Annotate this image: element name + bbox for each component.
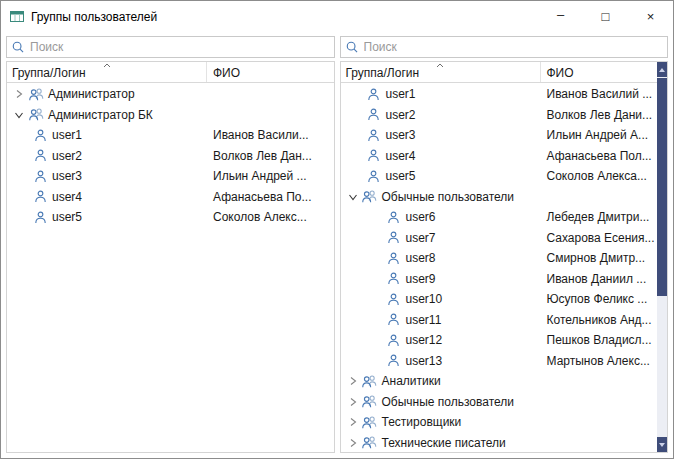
login-label: user2 <box>386 108 416 122</box>
group-login-cell: user9 <box>341 271 541 286</box>
tree-row-user[interactable]: user5Соколов Алекса... <box>341 166 658 187</box>
tree-row-user[interactable]: user2Волков Лев Дан... <box>7 146 334 167</box>
chevron-right-icon[interactable] <box>345 417 361 427</box>
tree-row-group[interactable]: Технические писатели <box>341 433 658 453</box>
tree-row-user[interactable]: user3Ильин Андрей А... <box>341 125 658 146</box>
login-label: user3 <box>386 128 416 142</box>
user-icon <box>365 107 383 122</box>
left-panel: Группа/Логин ФИО АдминистраторАдминистра… <box>6 36 335 453</box>
login-label: user3 <box>52 169 82 183</box>
login-label: user5 <box>386 169 416 183</box>
tree-row-user[interactable]: user4Афанасьева По... <box>7 187 334 208</box>
chevron-right-icon[interactable] <box>345 376 361 386</box>
group-login-cell: Технические писатели <box>341 435 541 450</box>
login-label: Обычные пользователи <box>382 395 515 409</box>
user-icon <box>31 210 49 225</box>
minimize-button[interactable]: – <box>538 1 583 32</box>
chevron-right-icon[interactable] <box>345 397 361 407</box>
chevron-down-icon[interactable] <box>345 192 361 202</box>
tree-row-user[interactable]: user13Мартынов Алекс... <box>341 351 658 372</box>
left-column-header-fio[interactable]: ФИО <box>207 62 334 82</box>
tree-row-user[interactable]: user2Волков Лев Дани... <box>341 105 658 126</box>
tree-row-user[interactable]: user4Афанасьева Пол... <box>341 146 658 167</box>
fio-cell: Волков Лев Дан... <box>207 149 334 163</box>
tree-row-group[interactable]: Администратор <box>7 84 334 105</box>
right-column-header-group-login[interactable]: Группа/Логин <box>341 62 541 82</box>
fio-cell: Ильин Андрей ... <box>207 169 334 183</box>
group-login-cell: Администратор БК <box>7 107 207 122</box>
login-label: user12 <box>406 333 443 347</box>
search-icon <box>11 40 25 54</box>
tree-row-user[interactable]: user11Котельников Анд... <box>341 310 658 331</box>
login-label: user1 <box>52 128 82 142</box>
tree-row-user[interactable]: user6Лебедев Дмитри... <box>341 207 658 228</box>
scrollbar-thumb[interactable] <box>657 78 667 296</box>
window-controls: – □ × <box>538 1 673 32</box>
login-label: user10 <box>406 292 443 306</box>
login-label: user4 <box>52 190 82 204</box>
title-bar[interactable]: Группы пользователей – □ × <box>1 1 673 32</box>
group-login-cell: user3 <box>7 169 207 184</box>
scroll-down-icon <box>659 443 665 447</box>
login-label: Администратор БК <box>48 108 153 122</box>
fio-cell: Лебедев Дмитри... <box>541 210 658 224</box>
login-label: user11 <box>406 313 442 327</box>
right-column-header-fio[interactable]: ФИО <box>541 62 668 82</box>
login-label: user2 <box>52 149 82 163</box>
fio-cell: Ильин Андрей А... <box>541 128 658 142</box>
left-column-header-group-login[interactable]: Группа/Логин <box>7 62 207 82</box>
maximize-button[interactable]: □ <box>583 1 628 32</box>
login-label: user6 <box>406 210 436 224</box>
tree-row-user[interactable]: user10Юсупов Феликс ... <box>341 289 658 310</box>
tree-row-group[interactable]: Обычные пользователи <box>341 187 658 208</box>
tree-row-group[interactable]: Обычные пользователи <box>341 392 658 413</box>
right-panel: Группа/Логин ФИО user1Иванов Василий ...… <box>340 36 669 453</box>
fio-cell: Смирнов Дмитр... <box>541 251 658 265</box>
login-label: user5 <box>52 210 82 224</box>
scroll-up-button[interactable] <box>657 62 667 77</box>
tree-row-user[interactable]: user7Сахарова Есения... <box>341 228 658 249</box>
scroll-down-button[interactable] <box>657 437 667 452</box>
login-label: user8 <box>406 251 436 265</box>
fio-cell: Юсупов Феликс ... <box>541 292 658 306</box>
tree-row-user[interactable]: user3Ильин Андрей ... <box>7 166 334 187</box>
fio-cell: Иванов Васили... <box>207 128 334 142</box>
left-search-box[interactable] <box>6 36 335 58</box>
login-label: Обычные пользователи <box>382 190 515 204</box>
tree-row-user[interactable]: user12Пешков Владисл... <box>341 330 658 351</box>
user-icon <box>365 87 383 102</box>
tree-row-user[interactable]: user1Иванов Васили... <box>7 125 334 146</box>
login-label: user4 <box>386 149 416 163</box>
user-icon <box>365 148 383 163</box>
left-search-input[interactable] <box>30 40 330 54</box>
tree-row-user[interactable]: user8Смирнов Дмитр... <box>341 248 658 269</box>
tree-row-user[interactable]: user5Соколов Алекс... <box>7 207 334 228</box>
chevron-down-icon[interactable] <box>11 110 27 120</box>
right-search-box[interactable] <box>340 36 669 58</box>
close-button[interactable]: × <box>628 1 673 32</box>
user-icon <box>31 128 49 143</box>
fio-cell: Афанасьева Пол... <box>541 149 658 163</box>
tree-row-group[interactable]: Тестировщики <box>341 412 658 433</box>
left-table-header: Группа/Логин ФИО <box>7 62 334 83</box>
login-label: Технические писатели <box>382 436 506 450</box>
user-icon <box>31 169 49 184</box>
vertical-scrollbar[interactable] <box>657 62 667 452</box>
fio-cell: Соколов Алекса... <box>541 169 658 183</box>
tree-row-user[interactable]: user1Иванов Василий ... <box>341 84 658 105</box>
right-tree-body: user1Иванов Василий ...user2Волков Лев Д… <box>341 84 658 452</box>
group-icon <box>361 394 379 409</box>
tree-row-user[interactable]: user9Иванов Даниил ... <box>341 269 658 290</box>
tree-row-group[interactable]: Администратор БК <box>7 105 334 126</box>
group-login-cell: user4 <box>7 189 207 204</box>
group-login-cell: user5 <box>7 210 207 225</box>
group-icon <box>27 87 45 102</box>
chevron-right-icon[interactable] <box>11 89 27 99</box>
user-icon <box>385 292 403 307</box>
chevron-right-icon[interactable] <box>345 438 361 448</box>
login-label: Тестировщики <box>382 415 462 429</box>
tree-row-group[interactable]: Аналитики <box>341 371 658 392</box>
login-label: Аналитики <box>382 374 441 388</box>
login-label: user1 <box>386 87 416 101</box>
right-search-input[interactable] <box>364 40 664 54</box>
